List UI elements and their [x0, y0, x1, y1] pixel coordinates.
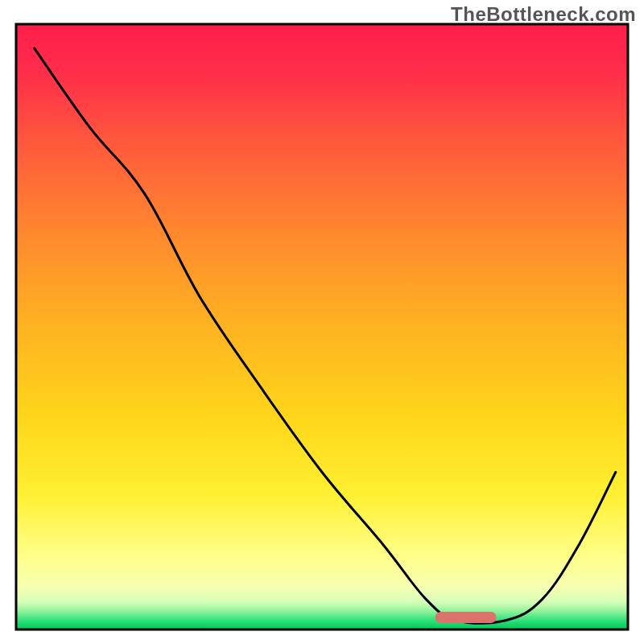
gradient-background — [16, 24, 628, 630]
bottleneck-chart — [0, 0, 644, 644]
watermark-text: TheBottleneck.com — [451, 3, 636, 26]
chart-stage: TheBottleneck.com — [0, 0, 644, 644]
optimal-marker — [436, 612, 497, 623]
